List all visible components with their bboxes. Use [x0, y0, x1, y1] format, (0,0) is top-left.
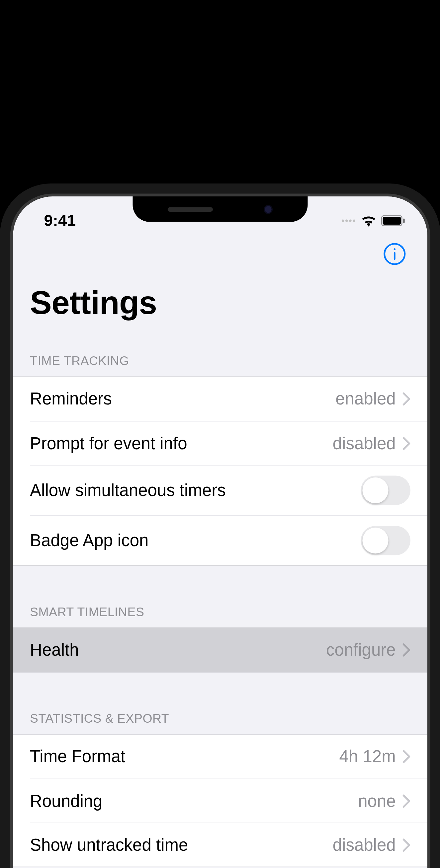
- header-area: Settings: [13, 236, 428, 328]
- row-untracked-time[interactable]: Show untracked time disabled: [30, 823, 428, 867]
- group-time-tracking: Reminders enabled Prompt for event info …: [13, 376, 428, 566]
- chevron-right-icon: [403, 643, 410, 657]
- row-value: disabled: [332, 835, 395, 855]
- info-button[interactable]: [382, 242, 407, 267]
- chevron-right-icon: [403, 794, 410, 808]
- chevron-right-icon: [403, 436, 410, 450]
- toggle-simultaneous-timers[interactable]: [361, 476, 410, 505]
- toggle-badge-app-icon[interactable]: [361, 526, 410, 555]
- settings-content: TIME TRACKING Reminders enabled Prompt f…: [13, 328, 428, 868]
- chevron-right-icon: [403, 838, 410, 852]
- battery-icon: [381, 215, 405, 226]
- row-label: Prompt for event info: [30, 434, 187, 453]
- row-badge-app-icon: Badge App icon: [30, 515, 428, 565]
- row-label: Time Format: [30, 747, 125, 766]
- row-rounding[interactable]: Rounding none: [30, 779, 428, 823]
- status-time: 9:41: [35, 211, 76, 229]
- row-label: Reminders: [30, 390, 112, 409]
- screen: 9:41 ••••: [13, 196, 428, 868]
- signal-dots-icon: ••••: [341, 215, 356, 226]
- row-prompt-event-info[interactable]: Prompt for event info disabled: [30, 421, 428, 465]
- svg-rect-1: [383, 216, 401, 224]
- row-reminders[interactable]: Reminders enabled: [13, 377, 428, 421]
- row-simultaneous-timers: Allow simultaneous timers: [30, 465, 428, 515]
- row-health[interactable]: Health configure: [13, 628, 428, 672]
- svg-point-5: [393, 248, 395, 250]
- row-label: Health: [30, 640, 79, 660]
- wifi-icon: [361, 214, 377, 227]
- section-header-time-tracking: TIME TRACKING: [13, 346, 428, 377]
- svg-rect-2: [403, 218, 405, 223]
- row-label: Show untracked time: [30, 835, 188, 855]
- section-header-stats-export: STATISTICS & EXPORT: [13, 704, 428, 734]
- chevron-right-icon: [403, 750, 410, 764]
- page-title: Settings: [30, 283, 410, 321]
- row-label: Rounding: [30, 792, 102, 811]
- device-frame: 9:41 ••••: [0, 184, 440, 868]
- row-value: configure: [326, 640, 395, 660]
- row-time-format[interactable]: Time Format 4h 12m: [13, 735, 428, 779]
- section-header-smart-timelines: SMART TIMELINES: [13, 597, 428, 627]
- row-value: disabled: [332, 434, 395, 453]
- row-label: Allow simultaneous timers: [30, 481, 226, 500]
- row-label: Badge App icon: [30, 531, 148, 550]
- chevron-right-icon: [403, 392, 410, 406]
- group-smart-timelines: Health configure: [13, 627, 428, 673]
- row-value: enabled: [335, 390, 396, 409]
- row-value: none: [358, 792, 395, 811]
- group-stats-export: Time Format 4h 12m Rounding none: [13, 734, 428, 867]
- row-value: 4h 12m: [339, 747, 395, 766]
- notch: [133, 196, 307, 222]
